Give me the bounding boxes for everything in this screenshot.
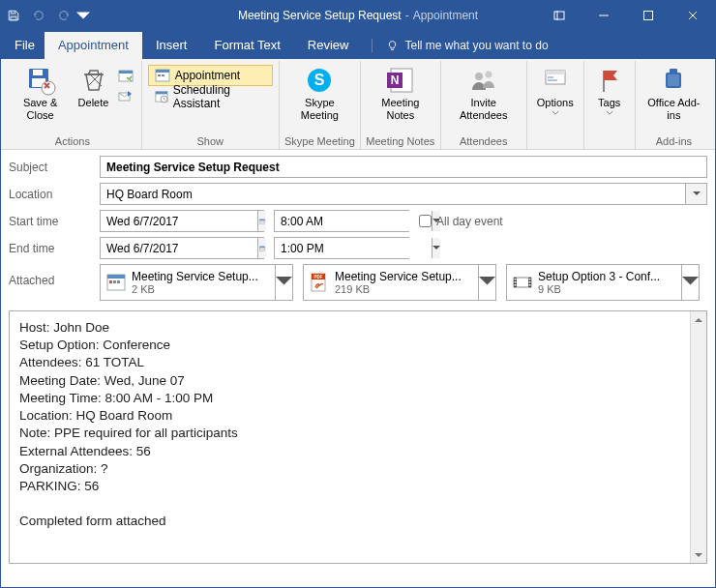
start-date-picker[interactable] bbox=[100, 210, 264, 232]
tab-review[interactable]: Review bbox=[294, 32, 363, 59]
redo-icon[interactable] bbox=[51, 1, 76, 30]
qat-customize-icon[interactable] bbox=[76, 9, 90, 22]
calendar-picker-icon[interactable] bbox=[257, 211, 266, 231]
svg-rect-37 bbox=[260, 249, 261, 250]
svg-rect-29 bbox=[668, 74, 679, 86]
bulb-icon bbox=[386, 40, 399, 52]
svg-rect-34 bbox=[263, 221, 264, 222]
quick-access-toolbar bbox=[1, 1, 90, 30]
tab-appointment[interactable]: Appointment bbox=[45, 32, 142, 59]
appointment-icon bbox=[155, 68, 170, 83]
attachment-item[interactable]: PDF Meeting Service Setup...219 KB bbox=[303, 264, 496, 301]
ribbon-display-icon[interactable] bbox=[537, 1, 582, 30]
invite-attendees-button[interactable]: Invite Attendees bbox=[445, 63, 522, 131]
svg-rect-52 bbox=[515, 281, 517, 283]
title-suffix: Appointment bbox=[413, 9, 478, 22]
save-close-button[interactable]: Save & Close bbox=[8, 63, 73, 131]
delete-button[interactable]: Delete bbox=[75, 63, 112, 131]
group-addins: Office Add-ins Add-ins bbox=[636, 61, 712, 149]
attachment-item[interactable]: Meeting Service Setup...2 KB bbox=[100, 264, 293, 301]
tab-insert[interactable]: Insert bbox=[142, 32, 201, 59]
all-day-checkbox[interactable] bbox=[419, 215, 432, 227]
start-time-picker[interactable] bbox=[274, 210, 409, 232]
window-title: Meeting Service Setup Request - Appointm… bbox=[238, 9, 478, 22]
location-dropdown-button[interactable] bbox=[685, 184, 706, 204]
end-time-input[interactable] bbox=[275, 238, 432, 258]
start-date-input[interactable] bbox=[101, 211, 257, 231]
message-body[interactable]: Host: John Doe Setup Option: Conference … bbox=[10, 311, 690, 563]
ribbon-tabs: File Appointment Insert Format Text Revi… bbox=[1, 30, 715, 59]
group-options: Options bbox=[527, 61, 584, 149]
svg-point-22 bbox=[485, 72, 492, 78]
attachment-dropdown-icon[interactable] bbox=[681, 265, 699, 300]
meeting-notes-button[interactable]: N Meeting Notes bbox=[365, 63, 436, 131]
svg-rect-36 bbox=[259, 246, 264, 247]
office-addins-button[interactable]: Office Add-ins bbox=[640, 63, 708, 131]
skype-icon: S bbox=[304, 65, 335, 96]
maximize-icon[interactable] bbox=[626, 1, 671, 30]
group-actions: Save & Close Delete Actions bbox=[4, 61, 142, 149]
location-row bbox=[100, 183, 707, 205]
svg-text:PDF: PDF bbox=[314, 275, 323, 279]
svg-rect-38 bbox=[262, 249, 263, 250]
minimize-icon[interactable] bbox=[582, 1, 626, 30]
title-text: Meeting Service Setup Request bbox=[238, 9, 402, 22]
svg-rect-31 bbox=[259, 219, 264, 220]
tags-button[interactable]: Tags bbox=[588, 63, 631, 131]
titlebar: Meeting Service Setup Request - Appointm… bbox=[1, 1, 715, 30]
svg-rect-14 bbox=[156, 92, 167, 95]
end-date-picker[interactable] bbox=[100, 237, 264, 259]
undo-icon[interactable] bbox=[26, 1, 51, 30]
skype-meeting-button[interactable]: S Skype Meeting bbox=[283, 63, 356, 131]
group-attendees: Invite Attendees Attendees bbox=[441, 61, 527, 149]
scroll-track[interactable] bbox=[691, 328, 706, 546]
scheduling-assistant-button[interactable]: Scheduling Assistant bbox=[148, 86, 273, 107]
tell-me-search[interactable]: Tell me what you want to do bbox=[362, 33, 557, 59]
pdf-file-icon: PDF bbox=[304, 272, 335, 293]
svg-point-21 bbox=[475, 73, 483, 80]
all-day-checkbox-row[interactable]: All day event bbox=[419, 215, 503, 228]
svg-rect-3 bbox=[33, 70, 43, 75]
end-time-label: End time bbox=[9, 242, 92, 255]
ribbon: Save & Close Delete Actions Appointment bbox=[1, 59, 715, 150]
start-time-input[interactable] bbox=[275, 211, 432, 231]
attachment-dropdown-icon[interactable] bbox=[275, 265, 292, 300]
calendar-file-icon bbox=[101, 272, 132, 293]
location-input[interactable] bbox=[100, 183, 707, 205]
scroll-up-icon[interactable] bbox=[691, 311, 706, 328]
attached-label: Attached bbox=[9, 264, 92, 287]
tab-format-text[interactable]: Format Text bbox=[200, 32, 293, 59]
svg-text:N: N bbox=[390, 74, 399, 87]
subject-label: Subject bbox=[9, 161, 92, 174]
calendar-picker-icon[interactable] bbox=[257, 238, 266, 258]
tab-file[interactable]: File bbox=[5, 32, 45, 59]
appointment-form: Subject Location Start time All day even… bbox=[1, 150, 715, 307]
group-show: Appointment Scheduling Assistant Show bbox=[142, 61, 280, 149]
svg-rect-24 bbox=[546, 71, 565, 74]
calendar-icon[interactable] bbox=[114, 65, 137, 86]
svg-rect-44 bbox=[117, 280, 120, 283]
message-body-area: Host: John Doe Setup Option: Conference … bbox=[9, 310, 707, 564]
attachments-row: Meeting Service Setup...2 KB PDF Meeting… bbox=[100, 264, 707, 301]
scrollbar[interactable] bbox=[690, 311, 706, 563]
svg-rect-10 bbox=[156, 70, 169, 73]
svg-rect-33 bbox=[262, 221, 263, 222]
close-icon[interactable] bbox=[671, 1, 715, 30]
end-time-picker[interactable] bbox=[274, 237, 409, 259]
scheduling-icon bbox=[155, 89, 168, 104]
svg-rect-54 bbox=[529, 279, 531, 280]
attachment-dropdown-icon[interactable] bbox=[478, 265, 495, 300]
end-date-input[interactable] bbox=[101, 238, 257, 258]
time-dropdown-icon[interactable] bbox=[432, 238, 440, 258]
attachment-item[interactable]: Setup Option 3 - Conf...9 KB bbox=[506, 264, 700, 301]
scroll-down-icon[interactable] bbox=[691, 546, 706, 563]
options-button[interactable]: Options bbox=[531, 63, 580, 131]
subject-input[interactable] bbox=[100, 156, 707, 178]
svg-rect-55 bbox=[529, 281, 531, 283]
flag-icon bbox=[594, 65, 625, 96]
forward-icon[interactable] bbox=[114, 86, 137, 107]
group-skype: S Skype Meeting Skype Meeting bbox=[280, 61, 361, 149]
save-close-icon bbox=[25, 65, 56, 96]
svg-rect-32 bbox=[260, 221, 261, 222]
save-icon[interactable] bbox=[1, 1, 26, 30]
